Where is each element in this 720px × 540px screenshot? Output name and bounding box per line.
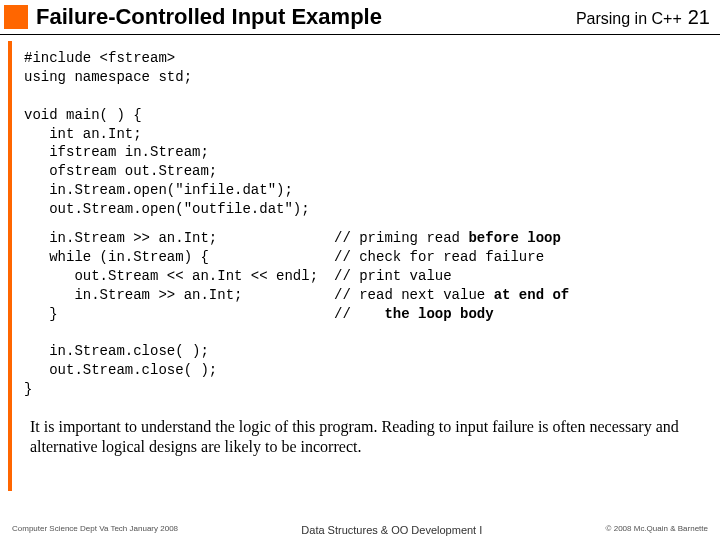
code-row: while (in.Stream) { // check for read fa… — [24, 248, 712, 267]
code-block-2: in.Stream.close( ); out.Stream.close( );… — [24, 323, 712, 399]
code-row: in.Stream >> an.Int; // priming read bef… — [24, 229, 712, 248]
code-row: in.Stream >> an.Int; // read next value … — [24, 286, 712, 305]
divider — [0, 34, 720, 35]
code-commented: in.Stream >> an.Int; // priming read bef… — [24, 229, 712, 323]
header-bar: Failure-Controlled Input Example Parsing… — [0, 0, 720, 32]
code-row: out.Stream << an.Int << endl; // print v… — [24, 267, 712, 286]
header-right: Parsing in C++ 21 — [576, 6, 710, 29]
section-label: Parsing in C++ — [576, 10, 682, 28]
page-title: Failure-Controlled Input Example — [36, 4, 576, 30]
footer-left: Computer Science Dept Va Tech January 20… — [12, 524, 178, 536]
footer-mid: Data Structures & OO Development I — [301, 524, 482, 536]
footer-right: © 2008 Mc.Quain & Barnette — [606, 524, 708, 536]
code-block-1: #include <fstream> using namespace std; … — [24, 49, 712, 219]
content-area: #include <fstream> using namespace std; … — [8, 41, 720, 491]
code-row: } // the loop body — [24, 305, 712, 324]
footer: Computer Science Dept Va Tech January 20… — [0, 524, 720, 536]
page-number: 21 — [688, 6, 710, 29]
bullet-icon — [4, 5, 28, 29]
explanatory-note: It is important to understand the logic … — [30, 417, 706, 457]
